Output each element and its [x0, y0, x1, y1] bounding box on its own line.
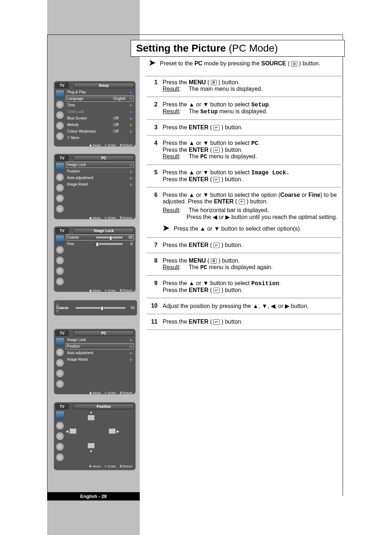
menu-item-label: ▽ More: [67, 136, 114, 140]
osd-menu-item: Time▷: [66, 102, 134, 108]
chevron-right-icon: ▷: [130, 176, 132, 180]
menu-item-label: Position: [67, 169, 112, 173]
setup-category-icon: [56, 121, 64, 130]
osd-menu-item: Auto adjustment▷: [66, 350, 134, 356]
title-sub: (PC Mode): [226, 42, 278, 54]
slider-track: [95, 236, 123, 239]
setup-category-icon: [56, 194, 64, 203]
instruction-steps: 1 Press the MENU ( Ⅲ ) button. Result: T…: [145, 74, 343, 333]
popup-label: Coarse: [56, 306, 74, 310]
enter-button-icon: ↵: [213, 288, 220, 293]
chevron-right-icon: ▷: [130, 117, 132, 120]
osd-menu-item: Image Lock▷: [66, 337, 134, 343]
chevron-right-icon: ▷: [130, 345, 132, 348]
slider-label: Fine: [67, 242, 94, 246]
position-controls: ▲ ◀ ▶ ▼: [66, 410, 134, 454]
menu-item-label: Position: [67, 344, 112, 348]
menu-item-label: Image Lock: [67, 338, 112, 342]
page-number: English - 28: [47, 492, 140, 500]
return-icon: Ⅲ: [120, 143, 122, 147]
menu-item-label: Image Lock: [67, 163, 112, 167]
menu-item-label: Blue Screen: [67, 116, 112, 120]
osd-menu-item: ▽ More: [66, 135, 134, 141]
osd-menu-item: Blue Screen: Off▷: [66, 115, 134, 121]
osd-category-icons: [56, 90, 64, 142]
input-category-icon: [56, 204, 64, 213]
up-arrow-icon: ▲: [89, 410, 93, 414]
menu-item-label: Child Lock: [67, 110, 112, 114]
intro-note: ➤ Preset to the PC mode by pressing the …: [149, 58, 338, 68]
note-arrow-icon: ➤: [149, 58, 155, 68]
menu-button-icon: Ⅲ: [211, 80, 217, 85]
osd-footer: ◆Move ↵Enter ⅢReturn: [56, 142, 134, 147]
chevron-right-icon: ▷: [130, 351, 132, 355]
osd-pc-menu-2: TV PC Image Lock▷Position▷Auto adjustmen…: [54, 329, 136, 394]
osd-menu-item: Image Reset▷: [66, 181, 134, 187]
chevron-right-icon: ▷: [130, 358, 132, 361]
popup-value: 50: [127, 306, 135, 310]
up-arrow-icon: △: [56, 303, 74, 306]
chevron-right-icon: ▷: [130, 170, 132, 173]
slider-track: [95, 243, 123, 246]
chevron-right-icon: ▶: [130, 90, 132, 94]
step-text: Press the MENU ( Ⅲ ) button. Result: The…: [161, 78, 343, 94]
input-category-icon: [56, 132, 64, 141]
osd-menu-item: Coarse50: [66, 234, 134, 240]
channel-category-icon: [56, 183, 64, 192]
left-arrow-icon: ◀: [66, 429, 69, 433]
picture-category-icon: [56, 162, 64, 171]
enter-button-icon: ↵: [213, 243, 220, 248]
chevron-right-icon: ▷: [130, 338, 132, 342]
osd-setup-menu: TV Setup Plug & Play▶Language: English▷T…: [54, 81, 136, 147]
chevron-right-icon: ▷: [130, 104, 132, 107]
sound-category-icon: [56, 100, 64, 109]
down-arrow-icon: ▼: [89, 449, 93, 453]
slider-value: 0: [124, 242, 132, 246]
menu-item-label: Image Reset: [67, 357, 112, 361]
picture-category-icon: [56, 90, 64, 98]
enter-button-icon: ↵: [213, 147, 220, 153]
osd-tv-badge: TV: [56, 83, 69, 88]
osd-pc-menu-1: TV PC Image Lock▷Position▷Auto adjustmen…: [54, 154, 136, 219]
move-icon: ◆: [89, 143, 92, 147]
chevron-right-icon: ▷: [130, 97, 132, 101]
osd-menu-item: Position▷: [66, 343, 134, 349]
menu-item-value: : Off: [112, 129, 130, 133]
osd-menu-item: Language: English▷: [66, 96, 134, 102]
down-arrow-icon: ▽: [56, 310, 74, 313]
menu-item-label: Melody: [67, 123, 112, 127]
osd-menu-item: Plug & Play▶: [66, 89, 134, 95]
slider-label: Coarse: [67, 235, 94, 239]
chevron-right-icon: ▷: [130, 130, 132, 133]
osd-position: TV Position ▲ ◀ ▶ ▼ ✥Move ↵Enter ⅢReturn: [54, 402, 136, 470]
menu-button-icon: Ⅲ: [211, 258, 217, 264]
enter-button-icon: ↵: [213, 125, 220, 130]
coarse-slider: [75, 307, 126, 309]
menu-item-label: Auto adjustment: [67, 351, 112, 355]
channel-category-icon: [56, 111, 64, 119]
chevron-right-icon: ▷: [130, 183, 132, 186]
menu-item-label: Time: [67, 103, 112, 107]
osd-menu-item: Fine0: [66, 241, 134, 247]
chevron-right-icon: ▷: [130, 163, 132, 167]
chevron-right-icon: ▶: [130, 110, 132, 114]
osd-menu-item: Auto adjustment▷: [66, 175, 134, 181]
menu-item-label: Colour Weakness: [67, 129, 112, 133]
menu-item-label: Image Reset: [67, 182, 112, 186]
osd-menu-title: Setup: [74, 83, 134, 88]
osd-menu-item: Image Lock▷: [66, 162, 134, 168]
enter-icon: ↵: [105, 143, 107, 147]
osd-menu-item: Child Lock▶: [66, 109, 134, 115]
step-number: 1: [145, 78, 161, 94]
osd-menu-item: Position▷: [66, 168, 134, 174]
note-arrow-icon: ➤: [163, 223, 169, 233]
source-button-icon: ⊟: [291, 61, 297, 66]
menu-item-value: : Off: [112, 123, 130, 127]
slider-value: 50: [124, 235, 132, 239]
enter-button-icon: ↵: [213, 319, 220, 325]
osd-coarse-popup: △ Coarse ▽ 50: [54, 300, 137, 316]
page-title: Setting the Picture (PC Mode): [131, 40, 345, 57]
osd-menu-item: Colour Weakness: Off▷: [66, 128, 134, 134]
chevron-right-icon: ▷: [130, 123, 132, 127]
osd-menu-item: Image Reset▷: [66, 356, 134, 362]
